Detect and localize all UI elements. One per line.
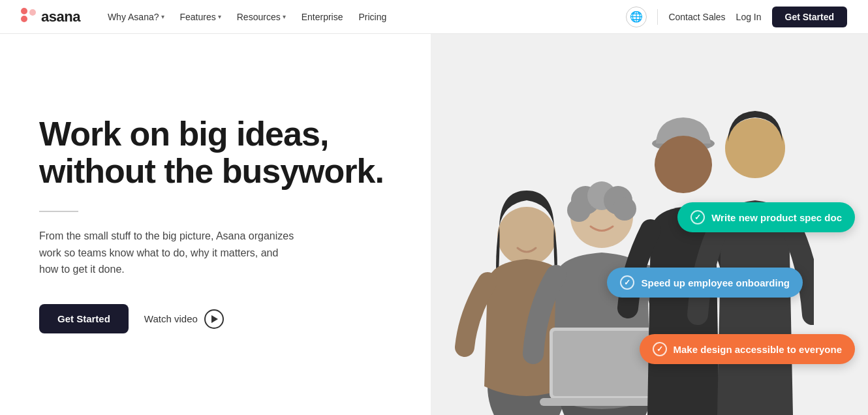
logo-icon [21, 12, 36, 22]
nav-links: Why Asana? ▾ Features ▾ Resources ▾ Ente… [101, 8, 627, 26]
nav-link-resources[interactable]: Resources ▾ [230, 8, 292, 26]
language-selector[interactable]: 🌐 [626, 7, 647, 27]
nav-link-why-asana[interactable]: Why Asana? ▾ [101, 8, 171, 26]
hero-divider [39, 211, 78, 212]
chevron-down-icon: ▾ [283, 13, 286, 20]
navigation: asana Why Asana? ▾ Features ▾ Resources … [0, 0, 868, 34]
nav-right: 🌐 Contact Sales Log In Get Started [626, 7, 847, 27]
page-content: Work on big ideas, without the busywork.… [0, 34, 868, 415]
play-triangle-icon [211, 315, 218, 323]
play-circle-icon [204, 309, 224, 329]
logo[interactable]: asana [21, 8, 80, 25]
hero-actions: Get Started Watch video [39, 304, 392, 333]
nav-link-enterprise[interactable]: Enterprise [295, 8, 350, 26]
login-link[interactable]: Log In [736, 12, 762, 22]
logo-dot [21, 16, 27, 22]
logo-text: asana [41, 8, 80, 25]
svg-point-1 [497, 207, 556, 266]
hero-right-panel: ✓ Write new product spec doc ✓ Speed up … [431, 34, 868, 415]
nav-link-pricing[interactable]: Pricing [352, 8, 393, 26]
watch-video-button[interactable]: Watch video [144, 309, 224, 329]
check-icon: ✓ [653, 342, 667, 356]
hero-title: Work on big ideas, without the busywork. [39, 115, 392, 190]
chevron-down-icon: ▾ [218, 13, 221, 20]
logo-dot [29, 9, 36, 16]
chevron-down-icon: ▾ [161, 13, 164, 20]
task-badge-onboarding: ✓ Speed up employee onboarding [607, 268, 803, 298]
get-started-button[interactable]: Get Started [39, 304, 129, 333]
svg-point-8 [613, 197, 636, 221]
check-icon: ✓ [620, 275, 634, 290]
svg-point-13 [655, 136, 712, 193]
check-icon: ✓ [690, 210, 705, 224]
nav-link-features[interactable]: Features ▾ [174, 8, 228, 26]
svg-point-7 [567, 198, 591, 222]
nav-get-started-button[interactable]: Get Started [772, 7, 847, 27]
svg-point-14 [725, 118, 785, 178]
hero-subtitle: From the small stuff to the big picture,… [39, 228, 300, 278]
task-badge-design: ✓ Make design accessible to everyone [640, 334, 855, 364]
hero-left-panel: Work on big ideas, without the busywork.… [0, 34, 431, 415]
nav-divider [657, 9, 658, 25]
contact-sales-link[interactable]: Contact Sales [668, 12, 725, 22]
task-badge-spec-doc: ✓ Write new product spec doc [677, 202, 855, 232]
logo-dot [21, 8, 27, 14]
